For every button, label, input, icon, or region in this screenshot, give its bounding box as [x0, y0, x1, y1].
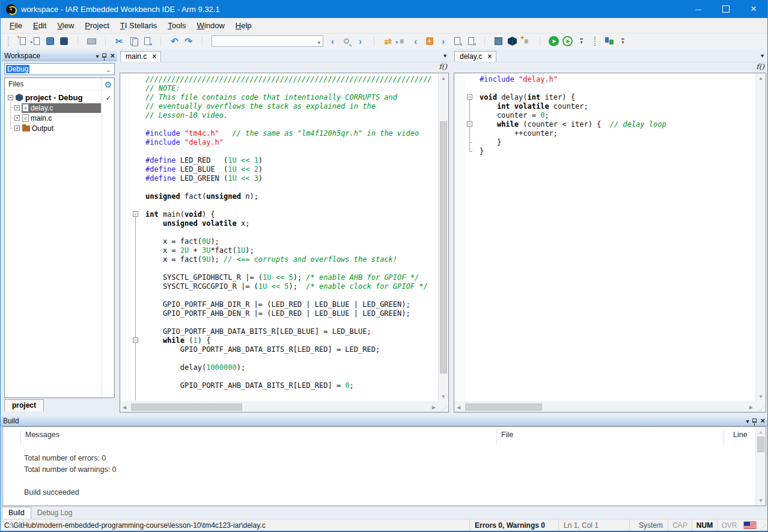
download-and-verify-button[interactable]: ↓	[505, 35, 519, 48]
expand-icon[interactable]	[14, 105, 20, 110]
collapse-icon[interactable]	[8, 95, 13, 100]
close-icon[interactable]	[152, 52, 156, 61]
configuration-dropdown[interactable]: Debug	[4, 63, 115, 75]
quick-search-input[interactable]	[212, 35, 323, 47]
toggle-bookmark-button[interactable]: +	[422, 35, 436, 48]
code-area[interactable]: ////////////////////////////////////////…	[142, 73, 438, 402]
function-list-button[interactable]: f()	[756, 62, 764, 71]
open-file-button[interactable]: ▸	[29, 35, 43, 48]
debug-without-downloading-button[interactable]: ▶	[561, 35, 574, 48]
download-button[interactable]: ↓	[492, 35, 505, 48]
fold-line	[135, 217, 136, 401]
toolbar-separator	[533, 35, 547, 48]
main-area: Workspace Debug Files	[1, 49, 767, 416]
menu-item-edit[interactable]: Edit	[28, 18, 52, 33]
chevron-down-icon[interactable]	[315, 36, 323, 47]
scrollbar-thumb[interactable]	[131, 404, 242, 411]
undo-button[interactable]: ↶	[168, 35, 181, 48]
vertical-scrollbar[interactable]	[755, 427, 766, 506]
menu-item-file[interactable]: File	[4, 18, 28, 33]
redo-button[interactable]: ↷	[181, 35, 195, 48]
fold-collapse-icon[interactable]	[467, 121, 472, 127]
navigate-button[interactable]: ⇄	[381, 35, 395, 48]
go-to-function-button[interactable]: ≡▸	[395, 35, 409, 48]
build-configuration-button[interactable]	[602, 35, 616, 48]
quick-search-field[interactable]	[212, 37, 315, 46]
horizontal-scrollbar[interactable]	[120, 402, 438, 412]
next-bookmark-button[interactable]: ›	[436, 35, 450, 48]
pin-icon[interactable]	[102, 53, 106, 58]
fold-collapse-icon[interactable]	[133, 337, 138, 343]
chevron-down-icon[interactable]	[746, 417, 749, 425]
build-output[interactable]: Messages File Line Total number of error…	[2, 426, 766, 506]
scrollbar-thumb[interactable]	[465, 404, 542, 411]
close-icon[interactable]	[760, 417, 765, 425]
save-all-button[interactable]	[57, 35, 71, 48]
copy-button[interactable]	[126, 35, 140, 48]
scroll-up-icon[interactable]	[439, 73, 448, 81]
scroll-down-icon[interactable]	[756, 498, 766, 503]
print-button[interactable]	[85, 35, 99, 48]
scroll-down-icon[interactable]	[756, 394, 766, 399]
tab-build[interactable]: Build	[2, 507, 31, 519]
close-icon[interactable]	[740, 0, 767, 18]
make-button[interactable]: ≡◂	[519, 35, 533, 48]
previous-bookmark-button[interactable]: ‹	[409, 35, 422, 48]
tab-debug-log[interactable]: Debug Log	[31, 507, 79, 519]
tab-main-c[interactable]: main.c	[120, 51, 161, 62]
paste-button[interactable]: ▪	[140, 35, 154, 48]
scroll-down-icon[interactable]	[439, 394, 448, 399]
fold-collapse-icon[interactable]	[133, 211, 138, 217]
close-icon[interactable]	[487, 52, 492, 61]
chevron-down-icon[interactable]	[443, 49, 446, 60]
menu-item-view[interactable]: View	[52, 18, 79, 33]
chevron-down-icon[interactable]	[761, 49, 764, 60]
find-button[interactable]	[340, 35, 353, 48]
scrollbar-thumb[interactable]	[757, 437, 764, 452]
files-header-label: Files	[8, 80, 23, 88]
vertical-scrollbar[interactable]	[438, 73, 448, 402]
scroll-up-icon[interactable]	[756, 427, 766, 435]
maximize-icon[interactable]	[712, 0, 740, 18]
gear-icon[interactable]	[104, 80, 112, 89]
chevron-down-icon[interactable]	[96, 52, 99, 60]
scrollbar-thumb[interactable]	[440, 121, 447, 373]
horizontal-scrollbar[interactable]	[454, 402, 755, 412]
fold-collapse-icon[interactable]	[467, 94, 472, 100]
folder-icon	[22, 125, 30, 131]
toolbar-separator	[478, 35, 492, 48]
menu-item-project[interactable]: Project	[79, 18, 114, 33]
menu-item-help[interactable]: Help	[230, 18, 257, 33]
save-button[interactable]	[43, 35, 57, 48]
menu-item-window[interactable]: Window	[192, 18, 230, 33]
editor-body-delay-c[interactable]: #include "delay.h" void delay(int iter) …	[454, 73, 766, 413]
tree-item-main-c[interactable]: main.c	[5, 113, 114, 123]
previous-document-button[interactable]: ‹	[450, 35, 464, 48]
tree-item-project[interactable]: project - Debug	[5, 92, 114, 103]
close-icon[interactable]	[110, 52, 115, 60]
pin-icon[interactable]	[752, 419, 757, 423]
expand-icon[interactable]	[14, 115, 20, 121]
workspace-tab-project[interactable]: project	[4, 399, 44, 411]
code-area[interactable]: #include "delay.h" void delay(int iter) …	[476, 73, 755, 402]
system-label: System	[629, 519, 668, 531]
find-next-button[interactable]: ›	[353, 35, 367, 48]
editor-body-main-c[interactable]: ////////////////////////////////////////…	[120, 73, 449, 413]
toolbar-overflow-button[interactable]: ▾	[574, 35, 588, 48]
toolbar-overflow-button[interactable]: ▾	[616, 35, 630, 48]
download-and-debug-button[interactable]: ▶	[547, 35, 561, 48]
menu-item-tools[interactable]: Tools	[162, 18, 191, 33]
new-document-button[interactable]: +	[16, 35, 29, 48]
menu-item-ti-stellaris[interactable]: TI Stellaris	[115, 18, 162, 33]
vertical-scrollbar[interactable]	[755, 73, 766, 402]
function-list-button[interactable]: f()	[439, 62, 447, 71]
cut-button[interactable]: ✂	[112, 35, 126, 48]
find-previous-button[interactable]: ‹	[326, 35, 340, 48]
tree-item-delay-c[interactable]: delay.c	[5, 103, 114, 113]
next-document-button[interactable]: ›	[464, 35, 478, 48]
minimize-icon[interactable]	[684, 0, 712, 18]
tree-item-output[interactable]: Output	[5, 123, 114, 133]
scroll-up-icon[interactable]	[756, 73, 766, 81]
expand-icon[interactable]	[14, 125, 20, 131]
tab-delay-c[interactable]: delay.c	[454, 51, 496, 62]
